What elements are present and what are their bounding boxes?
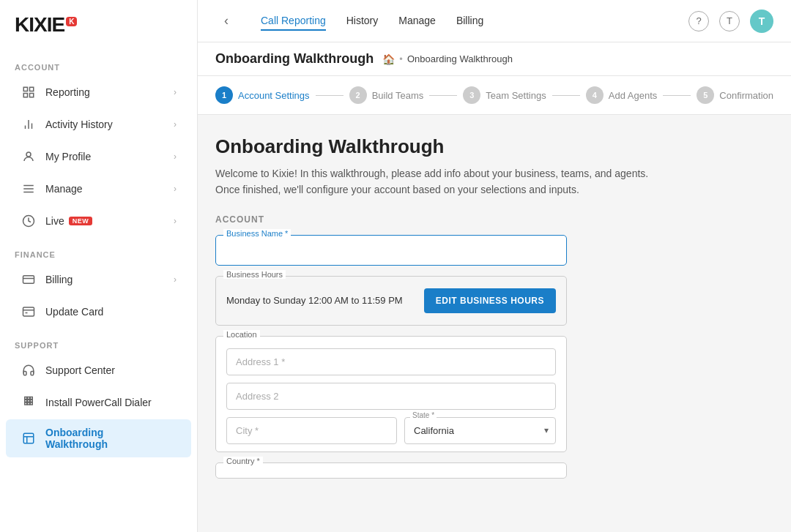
collapse-sidebar-button[interactable]: ‹ bbox=[215, 13, 237, 29]
new-badge: NEW bbox=[69, 217, 93, 225]
profile-icon bbox=[21, 149, 37, 165]
business-name-input[interactable] bbox=[216, 236, 566, 265]
step-connector-2-3 bbox=[429, 95, 457, 96]
nav-links: Call Reporting History Manage Billing bbox=[261, 12, 665, 31]
step-5[interactable]: 5 Confirmation bbox=[697, 86, 773, 104]
sidebar-item-label: My Profile bbox=[45, 151, 91, 162]
chevron-icon: › bbox=[174, 274, 177, 285]
sidebar-section-account: ACCOUNT bbox=[0, 50, 197, 76]
step-label-1: Account Settings bbox=[238, 90, 310, 101]
sidebar-item-activity-history[interactable]: Activity History › bbox=[6, 109, 191, 140]
step-1[interactable]: 1 Account Settings bbox=[215, 86, 310, 104]
chevron-icon: › bbox=[174, 151, 177, 162]
svg-rect-0 bbox=[23, 87, 27, 91]
sidebar-item-install-dialer[interactable]: Install PowerCall Dialer bbox=[6, 387, 191, 418]
address1-input[interactable] bbox=[226, 348, 556, 375]
step-circle-1: 1 bbox=[215, 86, 233, 104]
breadcrumb-current: Onboarding Walkthrough bbox=[407, 53, 513, 64]
billing-icon bbox=[21, 271, 37, 288]
svg-rect-1 bbox=[30, 87, 34, 91]
top-navigation: ‹ Call Reporting History Manage Billing … bbox=[198, 0, 791, 42]
city-input[interactable] bbox=[226, 417, 397, 444]
svg-rect-18 bbox=[28, 397, 30, 400]
chevron-icon: › bbox=[174, 87, 177, 97]
nav-billing[interactable]: Billing bbox=[456, 12, 483, 31]
avatar[interactable]: T bbox=[750, 10, 773, 33]
onboarding-title: Onboarding Walkthrough bbox=[215, 135, 773, 158]
manage-icon bbox=[21, 181, 37, 197]
page-title: Onboarding Walkthrough bbox=[215, 51, 374, 67]
nav-call-reporting[interactable]: Call Reporting bbox=[261, 12, 326, 31]
svg-rect-22 bbox=[30, 400, 32, 402]
sidebar-item-update-card[interactable]: Update Card bbox=[6, 296, 191, 327]
step-circle-2: 2 bbox=[349, 86, 367, 104]
sidebar-item-live[interactable]: Live NEW › bbox=[6, 206, 191, 236]
account-section-label: ACCOUNT bbox=[215, 214, 773, 225]
sidebar-item-label: Support Center bbox=[45, 364, 115, 376]
svg-rect-21 bbox=[28, 400, 30, 402]
sidebar-item-label: Activity History bbox=[45, 119, 113, 130]
svg-rect-19 bbox=[30, 397, 32, 400]
address2-input[interactable] bbox=[226, 383, 556, 410]
sidebar-item-label: Manage bbox=[45, 183, 83, 195]
stepper: 1 Account Settings 2 Build Teams 3 Team … bbox=[198, 76, 791, 115]
step-3[interactable]: 3 Team Settings bbox=[463, 86, 546, 104]
business-hours-inner: Monday to Sunday 12:00 AM to 11:59 PM ED… bbox=[216, 277, 566, 325]
nav-right-area: ? T T bbox=[688, 10, 773, 33]
sidebar-item-label: Update Card bbox=[45, 306, 103, 318]
svg-rect-17 bbox=[25, 397, 27, 400]
sidebar-item-label: Install PowerCall Dialer bbox=[45, 397, 152, 408]
sidebar-section-finance: FINANCE bbox=[0, 237, 197, 263]
sidebar: KIXIE K ACCOUNT Reporting › Activity His… bbox=[0, 0, 198, 532]
sidebar-item-onboarding[interactable]: OnboardingWalkthrough bbox=[6, 419, 191, 457]
sidebar-item-support-center[interactable]: Support Center bbox=[6, 355, 191, 386]
nav-manage[interactable]: Manage bbox=[398, 12, 436, 31]
business-hours-legend: Business Hours bbox=[223, 270, 286, 279]
svg-rect-20 bbox=[25, 400, 27, 402]
dialer-icon bbox=[21, 394, 37, 411]
step-label-4: Add Agents bbox=[609, 90, 658, 101]
step-circle-5: 5 bbox=[697, 86, 714, 104]
step-circle-3: 3 bbox=[463, 86, 480, 104]
svg-rect-26 bbox=[23, 433, 34, 443]
state-select[interactable]: California New York Texas Florida Washin… bbox=[404, 417, 556, 444]
step-4[interactable]: 4 Add Agents bbox=[586, 86, 658, 104]
edit-business-hours-button[interactable]: EDIT BUSINESS HOURS bbox=[424, 288, 556, 313]
logo-badge: K bbox=[66, 17, 77, 26]
sidebar-item-billing[interactable]: Billing › bbox=[6, 264, 191, 295]
business-name-field-group: Business Name * bbox=[215, 235, 567, 266]
onboarding-content: Onboarding Walkthrough Welcome to Kixie!… bbox=[198, 115, 791, 532]
sidebar-item-my-profile[interactable]: My Profile › bbox=[6, 141, 191, 172]
svg-rect-3 bbox=[23, 94, 27, 97]
step-2[interactable]: 2 Build Teams bbox=[349, 86, 424, 104]
logo-area: KIXIE K bbox=[0, 0, 197, 50]
svg-rect-24 bbox=[28, 402, 30, 405]
sidebar-item-manage[interactable]: Manage › bbox=[6, 173, 191, 204]
city-state-row: State * California New York Texas Florid… bbox=[226, 417, 556, 444]
home-icon: 🏠 bbox=[382, 53, 395, 65]
step-connector-4-5 bbox=[663, 95, 691, 96]
sidebar-item-reporting[interactable]: Reporting › bbox=[6, 77, 191, 108]
state-label: State * bbox=[410, 411, 437, 419]
svg-rect-25 bbox=[30, 402, 32, 405]
logo-text: KIXIE bbox=[15, 13, 64, 37]
location-group: Location State * California New York Tex… bbox=[215, 336, 567, 452]
svg-rect-14 bbox=[23, 307, 34, 316]
onboarding-icon bbox=[21, 430, 37, 446]
step-connector-1-2 bbox=[316, 95, 343, 96]
user-t-button[interactable]: T bbox=[719, 11, 740, 31]
step-label-3: Team Settings bbox=[486, 90, 546, 101]
svg-point-7 bbox=[26, 152, 31, 157]
svg-rect-12 bbox=[23, 276, 34, 284]
main-content: ‹ Call Reporting History Manage Billing … bbox=[198, 0, 791, 532]
help-button[interactable]: ? bbox=[688, 11, 709, 31]
step-label-2: Build Teams bbox=[372, 90, 424, 101]
live-icon bbox=[21, 213, 37, 229]
reporting-icon bbox=[21, 84, 37, 100]
nav-history[interactable]: History bbox=[346, 12, 379, 31]
step-circle-4: 4 bbox=[586, 86, 604, 104]
business-hours-text: Monday to Sunday 12:00 AM to 11:59 PM bbox=[226, 293, 403, 308]
step-label-5: Confirmation bbox=[719, 90, 773, 101]
headset-icon bbox=[21, 362, 37, 378]
onboarding-description: Welcome to Kixie! In this walkthrough, p… bbox=[215, 165, 669, 198]
